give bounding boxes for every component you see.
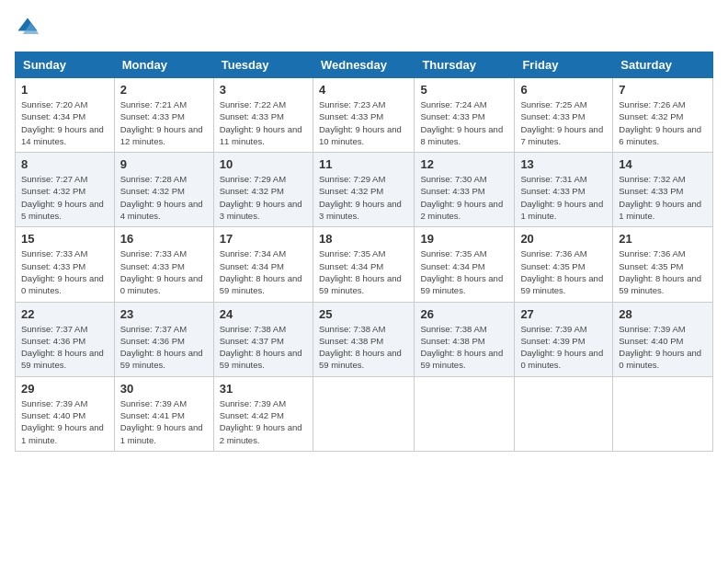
day-info: Sunrise: 7:29 AMSunset: 4:32 PMDaylight:… xyxy=(220,173,307,222)
day-info: Sunrise: 7:33 AMSunset: 4:33 PMDaylight:… xyxy=(21,247,108,296)
day-info: Sunrise: 7:38 AMSunset: 4:37 PMDaylight:… xyxy=(220,323,307,372)
calendar-cell: 17Sunrise: 7:34 AMSunset: 4:34 PMDayligh… xyxy=(213,227,313,302)
day-info: Sunrise: 7:39 AMSunset: 4:40 PMDaylight:… xyxy=(21,397,108,446)
calendar-cell: 6Sunrise: 7:25 AMSunset: 4:33 PMDaylight… xyxy=(515,78,613,153)
calendar-cell: 15Sunrise: 7:33 AMSunset: 4:33 PMDayligh… xyxy=(16,227,115,302)
day-info: Sunrise: 7:30 AMSunset: 4:33 PMDaylight:… xyxy=(420,173,508,222)
calendar-header-tuesday: Tuesday xyxy=(213,52,313,78)
day-info: Sunrise: 7:39 AMSunset: 4:39 PMDaylight:… xyxy=(520,323,607,372)
calendar-cell: 11Sunrise: 7:29 AMSunset: 4:32 PMDayligh… xyxy=(313,153,414,227)
logo-icon xyxy=(15,15,40,40)
day-number: 20 xyxy=(520,232,607,246)
day-info: Sunrise: 7:21 AMSunset: 4:33 PMDaylight:… xyxy=(120,98,208,147)
calendar-cell: 29Sunrise: 7:39 AMSunset: 4:40 PMDayligh… xyxy=(16,376,115,451)
day-number: 4 xyxy=(319,83,408,97)
day-number: 1 xyxy=(21,83,108,97)
day-info: Sunrise: 7:39 AMSunset: 4:42 PMDaylight:… xyxy=(220,397,307,446)
day-number: 16 xyxy=(120,232,208,246)
calendar-week-row: 8Sunrise: 7:27 AMSunset: 4:32 PMDaylight… xyxy=(16,153,713,227)
day-number: 28 xyxy=(619,307,707,321)
calendar-cell: 31Sunrise: 7:39 AMSunset: 4:42 PMDayligh… xyxy=(213,376,313,451)
calendar-cell: 27Sunrise: 7:39 AMSunset: 4:39 PMDayligh… xyxy=(515,302,613,376)
calendar-header-thursday: Thursday xyxy=(415,52,515,78)
calendar-cell: 3Sunrise: 7:22 AMSunset: 4:33 PMDaylight… xyxy=(213,78,313,153)
day-info: Sunrise: 7:38 AMSunset: 4:38 PMDaylight:… xyxy=(319,323,408,372)
calendar-cell: 30Sunrise: 7:39 AMSunset: 4:41 PMDayligh… xyxy=(114,376,213,451)
day-info: Sunrise: 7:37 AMSunset: 4:36 PMDaylight:… xyxy=(120,323,208,372)
day-number: 8 xyxy=(21,157,108,171)
day-info: Sunrise: 7:38 AMSunset: 4:38 PMDaylight:… xyxy=(420,323,508,372)
day-info: Sunrise: 7:39 AMSunset: 4:40 PMDaylight:… xyxy=(619,323,707,372)
day-number: 7 xyxy=(619,83,707,97)
calendar-cell: 23Sunrise: 7:37 AMSunset: 4:36 PMDayligh… xyxy=(114,302,213,376)
calendar-cell: 22Sunrise: 7:37 AMSunset: 4:36 PMDayligh… xyxy=(16,302,115,376)
day-number: 27 xyxy=(520,307,607,321)
day-info: Sunrise: 7:29 AMSunset: 4:32 PMDaylight:… xyxy=(319,173,408,222)
calendar-cell: 12Sunrise: 7:30 AMSunset: 4:33 PMDayligh… xyxy=(415,153,515,227)
calendar-week-row: 1Sunrise: 7:20 AMSunset: 4:34 PMDaylight… xyxy=(16,78,713,153)
calendar-cell: 8Sunrise: 7:27 AMSunset: 4:32 PMDaylight… xyxy=(16,153,115,227)
calendar-header-sunday: Sunday xyxy=(16,52,115,78)
day-info: Sunrise: 7:34 AMSunset: 4:34 PMDaylight:… xyxy=(220,247,307,296)
day-info: Sunrise: 7:35 AMSunset: 4:34 PMDaylight:… xyxy=(319,247,408,296)
day-number: 22 xyxy=(21,307,108,321)
day-info: Sunrise: 7:20 AMSunset: 4:34 PMDaylight:… xyxy=(21,98,108,147)
calendar-cell xyxy=(613,376,713,451)
calendar-cell: 16Sunrise: 7:33 AMSunset: 4:33 PMDayligh… xyxy=(114,227,213,302)
day-number: 31 xyxy=(220,382,307,396)
calendar-header-row: SundayMondayTuesdayWednesdayThursdayFrid… xyxy=(16,52,713,78)
logo xyxy=(15,15,44,40)
day-info: Sunrise: 7:26 AMSunset: 4:32 PMDaylight:… xyxy=(619,98,707,147)
day-number: 26 xyxy=(420,307,508,321)
day-info: Sunrise: 7:27 AMSunset: 4:32 PMDaylight:… xyxy=(21,173,108,222)
calendar-cell: 18Sunrise: 7:35 AMSunset: 4:34 PMDayligh… xyxy=(313,227,414,302)
calendar-cell: 14Sunrise: 7:32 AMSunset: 4:33 PMDayligh… xyxy=(613,153,713,227)
calendar-header-saturday: Saturday xyxy=(613,52,713,78)
day-info: Sunrise: 7:28 AMSunset: 4:32 PMDaylight:… xyxy=(120,173,208,222)
day-info: Sunrise: 7:25 AMSunset: 4:33 PMDaylight:… xyxy=(520,98,607,147)
day-info: Sunrise: 7:31 AMSunset: 4:33 PMDaylight:… xyxy=(520,173,607,222)
day-number: 17 xyxy=(220,232,307,246)
calendar-header-wednesday: Wednesday xyxy=(313,52,414,78)
day-number: 25 xyxy=(319,307,408,321)
day-info: Sunrise: 7:36 AMSunset: 4:35 PMDaylight:… xyxy=(619,247,707,296)
day-number: 15 xyxy=(21,232,108,246)
calendar-cell: 10Sunrise: 7:29 AMSunset: 4:32 PMDayligh… xyxy=(213,153,313,227)
day-info: Sunrise: 7:33 AMSunset: 4:33 PMDaylight:… xyxy=(120,247,208,296)
day-info: Sunrise: 7:35 AMSunset: 4:34 PMDaylight:… xyxy=(420,247,508,296)
day-number: 19 xyxy=(420,232,508,246)
calendar-cell: 19Sunrise: 7:35 AMSunset: 4:34 PMDayligh… xyxy=(415,227,515,302)
page-header xyxy=(15,15,713,40)
calendar-table: SundayMondayTuesdayWednesdayThursdayFrid… xyxy=(15,52,713,452)
day-number: 13 xyxy=(520,157,607,171)
calendar-cell: 1Sunrise: 7:20 AMSunset: 4:34 PMDaylight… xyxy=(16,78,115,153)
calendar-cell: 2Sunrise: 7:21 AMSunset: 4:33 PMDaylight… xyxy=(114,78,213,153)
calendar-week-row: 29Sunrise: 7:39 AMSunset: 4:40 PMDayligh… xyxy=(16,376,713,451)
calendar-cell: 24Sunrise: 7:38 AMSunset: 4:37 PMDayligh… xyxy=(213,302,313,376)
day-number: 30 xyxy=(120,382,208,396)
day-info: Sunrise: 7:36 AMSunset: 4:35 PMDaylight:… xyxy=(520,247,607,296)
calendar-week-row: 15Sunrise: 7:33 AMSunset: 4:33 PMDayligh… xyxy=(16,227,713,302)
day-number: 11 xyxy=(319,157,408,171)
calendar-header-monday: Monday xyxy=(114,52,213,78)
calendar-week-row: 22Sunrise: 7:37 AMSunset: 4:36 PMDayligh… xyxy=(16,302,713,376)
day-number: 24 xyxy=(220,307,307,321)
calendar-cell: 4Sunrise: 7:23 AMSunset: 4:33 PMDaylight… xyxy=(313,78,414,153)
calendar-cell xyxy=(313,376,414,451)
calendar-cell: 7Sunrise: 7:26 AMSunset: 4:32 PMDaylight… xyxy=(613,78,713,153)
day-info: Sunrise: 7:23 AMSunset: 4:33 PMDaylight:… xyxy=(319,98,408,147)
day-info: Sunrise: 7:39 AMSunset: 4:41 PMDaylight:… xyxy=(120,397,208,446)
calendar-cell: 28Sunrise: 7:39 AMSunset: 4:40 PMDayligh… xyxy=(613,302,713,376)
calendar-header-friday: Friday xyxy=(515,52,613,78)
day-info: Sunrise: 7:22 AMSunset: 4:33 PMDaylight:… xyxy=(220,98,307,147)
calendar-cell: 26Sunrise: 7:38 AMSunset: 4:38 PMDayligh… xyxy=(415,302,515,376)
calendar-cell: 25Sunrise: 7:38 AMSunset: 4:38 PMDayligh… xyxy=(313,302,414,376)
day-info: Sunrise: 7:32 AMSunset: 4:33 PMDaylight:… xyxy=(619,173,707,222)
calendar-cell: 13Sunrise: 7:31 AMSunset: 4:33 PMDayligh… xyxy=(515,153,613,227)
day-info: Sunrise: 7:37 AMSunset: 4:36 PMDaylight:… xyxy=(21,323,108,372)
day-number: 21 xyxy=(619,232,707,246)
day-number: 23 xyxy=(120,307,208,321)
day-info: Sunrise: 7:24 AMSunset: 4:33 PMDaylight:… xyxy=(420,98,508,147)
day-number: 9 xyxy=(120,157,208,171)
day-number: 3 xyxy=(220,83,307,97)
